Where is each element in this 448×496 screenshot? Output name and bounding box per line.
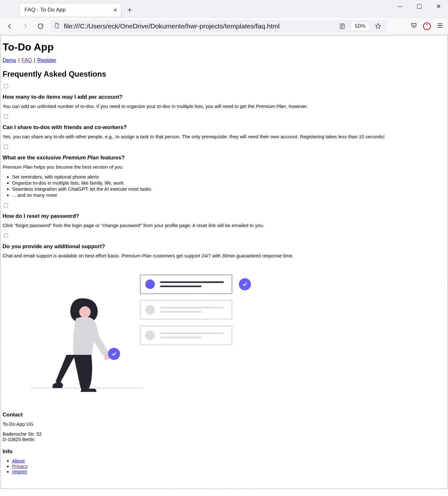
noscript-icon[interactable]: ʼ (423, 22, 431, 30)
app-title: To-Do App (3, 41, 445, 53)
hero-illustration (28, 268, 277, 402)
list-item: ... and so many more (12, 192, 445, 198)
nav-faq-link[interactable]: FAQ (22, 57, 32, 63)
faq-answer-4: Click "forgot password" from the login p… (3, 223, 445, 228)
faq-toggle-5[interactable] (4, 233, 8, 238)
url-bar[interactable]: file:///C:/Users/eck/OneDrive/Dokumente/… (50, 20, 387, 33)
zoom-level[interactable]: 50% (352, 22, 369, 30)
faq-answer-3-intro: Premium Plan helps you become the best v… (3, 164, 445, 170)
footer-imprint-link[interactable]: Imprint (12, 469, 27, 474)
window-maximize-button[interactable] (410, 0, 429, 13)
contact-heading: Contact (3, 412, 445, 418)
todo-card (140, 325, 232, 345)
nav-register-link[interactable]: Register (37, 57, 57, 63)
window-close-button[interactable]: ✕ (429, 0, 448, 13)
faq-answer-5: Chat and email support is available on b… (3, 253, 445, 258)
faq-question-2: Can I share to-dos with friends and co-w… (3, 124, 445, 131)
tab-close-icon[interactable]: × (113, 7, 117, 13)
faq-answer-1: You can add an unlimited number of to-do… (3, 103, 445, 109)
faq-question-5: Do you provide any additional support? (3, 243, 445, 250)
faq-toggle-4[interactable] (4, 203, 8, 207)
company-name: To-Do App UG (3, 421, 445, 427)
page-viewport: To-Do App Demo | FAQ | Register Frequent… (0, 35, 448, 489)
street: Badensche Str. 52 (3, 431, 42, 437)
list-item: Seamless integration with ChatGPT: let t… (12, 186, 445, 192)
browser-tab-title: FAQ - To-Do App (25, 7, 65, 13)
card-dot-icon (145, 305, 155, 315)
faq-question-4: How do I reset my password? (3, 213, 445, 219)
check-badge-icon (239, 278, 251, 290)
info-heading: Info (3, 448, 445, 455)
todo-card (140, 300, 232, 320)
faq-question-1: How many to-do items may I add per accou… (3, 94, 445, 100)
top-nav: Demo | FAQ | Register (3, 57, 445, 63)
nav-demo-link[interactable]: Demo (3, 57, 16, 63)
window-minimize-button[interactable]: ─ (391, 0, 410, 13)
list-item: Organize to-dos in multiple lists, like … (12, 180, 445, 186)
card-dot-icon (145, 331, 155, 340)
faq-toggle-2[interactable] (4, 114, 8, 118)
person-illustration (47, 294, 130, 393)
faq-question-3: What are the exclusive Premium Plan feat… (3, 155, 445, 161)
faq-toggle-3[interactable] (4, 145, 8, 149)
pocket-icon[interactable] (410, 22, 417, 31)
footer-info-list: About Privacy Imprint (3, 458, 445, 474)
faq-answer-2: Yes, you can share any to-do with other … (3, 134, 445, 139)
check-badge-icon (108, 348, 120, 360)
nav-forward-button[interactable] (20, 21, 31, 32)
browser-tab[interactable]: FAQ - To-Do App × (19, 3, 121, 16)
url-text: file:///C:/Users/eck/OneDrive/Dokumente/… (64, 22, 333, 30)
todo-card-active (140, 274, 232, 294)
footer-about-link[interactable]: About (12, 458, 25, 463)
app-menu-button[interactable] (437, 22, 444, 31)
faq-heading: Frequently Asked Questions (3, 70, 445, 79)
premium-feature-list: Set reminders, with optional phone alert… (3, 174, 445, 198)
footer-privacy-link[interactable]: Privacy (12, 463, 28, 469)
faq-toggle-1[interactable] (4, 84, 8, 88)
new-tab-button[interactable]: ＋ (125, 4, 135, 15)
list-item: Set reminders, with optional phone alert… (12, 174, 445, 179)
city: D-10825 Berlin (3, 437, 34, 442)
file-icon (54, 22, 60, 31)
card-dot-icon (145, 279, 155, 289)
nav-back-button[interactable] (4, 21, 15, 32)
reader-mode-icon[interactable] (337, 21, 348, 32)
bookmark-star-icon[interactable] (373, 21, 383, 32)
reload-button[interactable] (35, 21, 46, 32)
